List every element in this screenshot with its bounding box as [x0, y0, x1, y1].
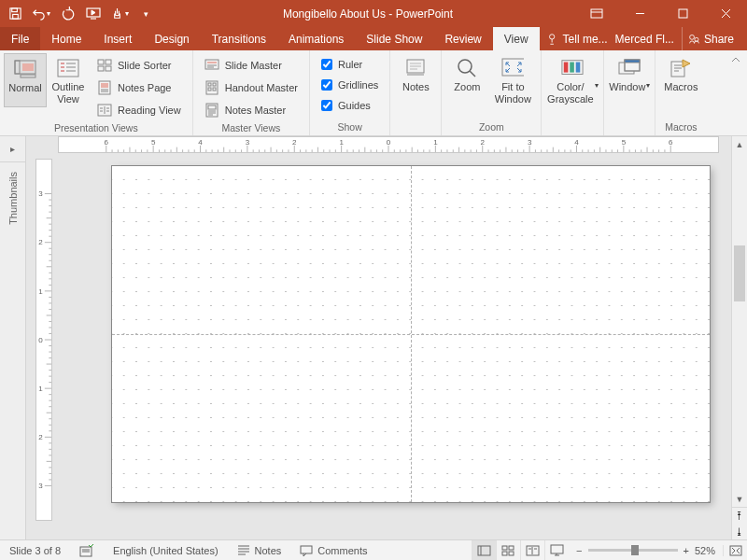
- zoom-group-label: Zoom: [442, 119, 541, 135]
- previous-slide-icon[interactable]: ⭱: [732, 508, 747, 524]
- scroll-up-icon[interactable]: ▲: [732, 136, 747, 152]
- notes-page-icon: [97, 80, 112, 95]
- vertical-ruler[interactable]: 3210123: [35, 159, 52, 521]
- svg-text:3: 3: [246, 138, 250, 147]
- svg-text:4: 4: [198, 138, 203, 147]
- tab-home[interactable]: Home: [40, 27, 92, 50]
- macros-button[interactable]: Macros: [659, 53, 702, 105]
- slide[interactable]: [112, 166, 710, 502]
- next-slide-icon[interactable]: ⭳: [732, 524, 747, 539]
- slide-counter[interactable]: Slide 3 of 8: [0, 540, 70, 560]
- handout-master-button[interactable]: Handout Master: [201, 77, 302, 98]
- svg-text:2: 2: [38, 433, 43, 441]
- svg-text:2: 2: [481, 138, 486, 147]
- svg-rect-15: [106, 60, 111, 64]
- notes-toggle[interactable]: Notes: [228, 540, 291, 560]
- slide-sorter-button[interactable]: Slide Sorter: [93, 55, 185, 76]
- zoom-in-icon[interactable]: +: [684, 545, 689, 556]
- normal-view-button[interactable]: Normal: [4, 53, 47, 107]
- slide-sorter-status-icon[interactable]: [496, 540, 520, 560]
- tab-insert[interactable]: Insert: [92, 27, 143, 50]
- zoom-button[interactable]: Zoom: [445, 53, 488, 105]
- slide-sorter-label: Slide Sorter: [118, 60, 171, 71]
- tab-view[interactable]: View: [493, 27, 540, 50]
- notes-label: Notes: [402, 81, 430, 105]
- touch-mode-icon[interactable]: ▾: [110, 5, 129, 23]
- zoom-controls: − + 52%: [569, 545, 723, 556]
- svg-rect-27: [213, 88, 216, 91]
- reading-view-button[interactable]: Reading View: [93, 100, 185, 120]
- redo-icon[interactable]: [58, 5, 77, 23]
- tell-me-search[interactable]: Tell me...: [546, 33, 608, 46]
- group-notes: Notes: [390, 50, 442, 135]
- tab-file[interactable]: File: [0, 27, 40, 50]
- minimize-icon[interactable]: [618, 0, 661, 27]
- svg-point-31: [458, 60, 472, 73]
- vertical-scrollbar[interactable]: ▲ ▼ ⭱ ⭳: [731, 136, 747, 539]
- comments-toggle-label: Comments: [317, 545, 367, 556]
- svg-rect-212: [509, 546, 514, 550]
- outline-label: Outline View: [49, 81, 88, 105]
- fit-to-window-button[interactable]: Fit to Window: [488, 53, 537, 105]
- gridlines-checkbox[interactable]: Gridlines: [317, 76, 382, 94]
- spell-check-icon[interactable]: [70, 540, 104, 560]
- scrollbar-thumb[interactable]: [734, 245, 745, 301]
- start-from-beginning-icon[interactable]: [84, 5, 103, 23]
- language-indicator[interactable]: English (United States): [104, 540, 228, 560]
- notes-button[interactable]: Notes: [394, 53, 437, 105]
- thumbnails-label: Thumbnails: [7, 172, 19, 225]
- group-presentation-views: Normal Outline View Slide Sorter Notes P…: [0, 50, 193, 135]
- tab-review[interactable]: Review: [433, 27, 492, 50]
- normal-view-status-icon[interactable]: [472, 540, 496, 560]
- outline-view-button[interactable]: Outline View: [47, 53, 90, 105]
- notes-master-button[interactable]: Notes Master: [201, 100, 302, 120]
- zoom-percent[interactable]: 52%: [695, 545, 715, 556]
- zoom-slider[interactable]: [588, 549, 678, 552]
- ribbon-display-options-icon[interactable]: [575, 0, 618, 27]
- svg-text:1: 1: [433, 138, 438, 147]
- svg-rect-10: [15, 61, 20, 74]
- svg-rect-17: [106, 66, 111, 71]
- ribbon: Normal Outline View Slide Sorter Notes P…: [0, 50, 747, 136]
- svg-rect-22: [207, 62, 217, 63]
- slide-master-button[interactable]: Slide Master: [201, 55, 302, 76]
- reading-view-status-icon[interactable]: [520, 540, 544, 560]
- ruler-checkbox[interactable]: Ruler: [317, 55, 382, 74]
- fit-to-window-status-icon[interactable]: [723, 545, 747, 556]
- horizontal-guide[interactable]: [112, 334, 710, 335]
- comments-toggle[interactable]: Comments: [290, 540, 376, 560]
- notes-page-button[interactable]: Notes Page: [93, 77, 185, 98]
- scroll-down-icon[interactable]: ▼: [732, 491, 747, 507]
- user-name[interactable]: Merced Fl...: [615, 33, 674, 46]
- undo-icon[interactable]: ▾: [32, 5, 50, 23]
- window-button[interactable]: Window▾: [608, 53, 651, 105]
- svg-text:2: 2: [292, 138, 297, 147]
- color-grayscale-label: Color/ Grayscale▾: [547, 81, 599, 105]
- tab-slide-show[interactable]: Slide Show: [355, 27, 433, 50]
- zoom-out-icon[interactable]: −: [576, 545, 582, 556]
- svg-point-7: [690, 35, 695, 39]
- outline-view-icon: [57, 57, 79, 79]
- thumbnails-expand-icon[interactable]: ▸: [0, 136, 25, 162]
- horizontal-ruler[interactable]: 6543210123456: [58, 136, 719, 153]
- tab-animations[interactable]: Animations: [277, 27, 355, 50]
- svg-text:1: 1: [38, 385, 43, 393]
- svg-text:1: 1: [38, 287, 43, 296]
- macros-label: Macros: [664, 81, 698, 105]
- save-icon[interactable]: [6, 5, 24, 23]
- maximize-icon[interactable]: [661, 0, 704, 27]
- color-grayscale-button[interactable]: Color/ Grayscale▾: [545, 53, 599, 105]
- svg-rect-216: [551, 545, 563, 553]
- tab-transitions[interactable]: Transitions: [201, 27, 277, 50]
- collapse-ribbon-icon[interactable]: [730, 50, 747, 135]
- guides-checkbox[interactable]: Guides: [317, 96, 382, 115]
- close-icon[interactable]: [704, 0, 747, 27]
- window-label: Window▾: [609, 81, 650, 105]
- svg-text:6: 6: [669, 138, 673, 147]
- tab-design[interactable]: Design: [143, 27, 200, 50]
- slideshow-status-icon[interactable]: [544, 540, 569, 560]
- share-button[interactable]: Share: [682, 27, 740, 50]
- svg-rect-213: [502, 552, 507, 555]
- notes-group-label: [390, 119, 441, 135]
- qat-customize-icon[interactable]: ▾: [136, 5, 155, 23]
